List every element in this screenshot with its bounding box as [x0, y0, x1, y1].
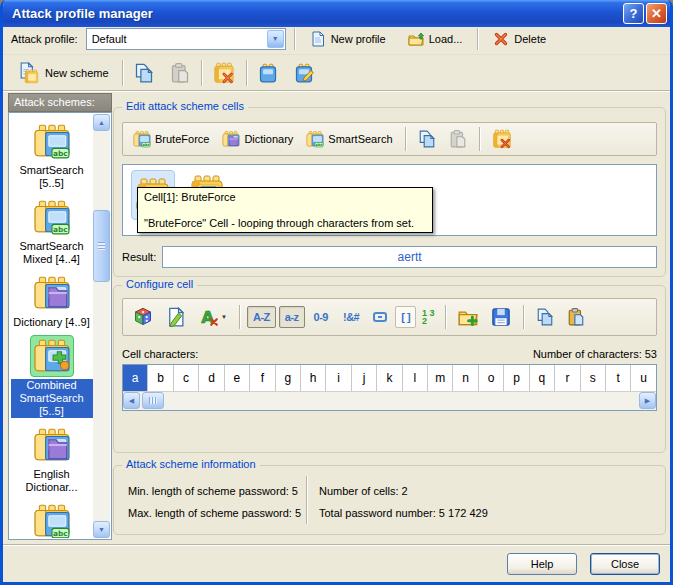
dice-icon — [133, 307, 153, 327]
help-button[interactable]: Help — [507, 553, 577, 575]
edit-charset-button[interactable] — [161, 304, 191, 330]
char-cell[interactable]: d — [199, 365, 224, 391]
char-cell[interactable]: g — [276, 365, 301, 391]
profile-select[interactable]: Default ▼ — [86, 28, 286, 50]
scheme-box-icon — [33, 274, 71, 312]
combo-dropdown-icon[interactable]: ▼ — [267, 30, 284, 48]
scheme-info-group: Attack scheme information Min. length of… — [113, 465, 666, 535]
char-cell[interactable]: h — [301, 365, 326, 391]
char-cell[interactable]: r — [555, 365, 580, 391]
char-cell[interactable]: k — [377, 365, 402, 391]
char-cell[interactable]: m — [428, 365, 453, 391]
floppy-icon — [491, 307, 511, 327]
paste-icon — [567, 308, 585, 326]
scrollbar-thumb[interactable] — [93, 210, 110, 282]
digits-toggle-button[interactable]: 0-9 — [308, 306, 334, 328]
copy-charset-button[interactable] — [531, 305, 559, 329]
paste-icon — [170, 63, 190, 83]
edit-folder-icon — [294, 63, 314, 83]
bruteforce-button[interactable]: BruteForce — [128, 127, 214, 151]
char-order-button[interactable]: 1 3 2 — [419, 307, 438, 327]
char-cell[interactable]: f — [250, 365, 275, 391]
char-cell[interactable]: j — [352, 365, 377, 391]
scheme-box-icon — [33, 502, 71, 538]
result-input[interactable] — [162, 246, 657, 268]
open-scheme-button[interactable] — [253, 60, 283, 86]
close-titlebar-button[interactable]: ✕ — [646, 3, 667, 24]
char-cell[interactable]: q — [530, 365, 555, 391]
char-cell[interactable]: s — [581, 365, 606, 391]
scheme-item-smartsearch-mixed[interactable]: SmartSearch Mixed [4..4] — [10, 196, 93, 266]
copy-cell-button[interactable] — [413, 127, 441, 151]
scheme-cells-panel[interactable]: Cell[1]: BruteForce "BruteForce" Cell - … — [122, 164, 657, 236]
delete-scheme-icon — [213, 62, 235, 84]
delete-scheme-button[interactable] — [208, 59, 240, 87]
scroll-up-icon[interactable]: ▲ — [93, 114, 110, 131]
add-charset-button[interactable] — [453, 304, 483, 330]
scroll-left-icon[interactable]: ◀ — [123, 392, 140, 409]
scheme-item-dictionary[interactable]: Dictionary [4..9] — [10, 272, 93, 329]
load-profile-button[interactable]: Load... — [401, 27, 470, 51]
uppercase-toggle-button[interactable]: A-Z — [247, 306, 276, 328]
scroll-right-icon[interactable]: ▶ — [639, 392, 656, 409]
char-cell[interactable]: a — [123, 365, 148, 391]
new-profile-button[interactable]: New profile — [303, 27, 393, 51]
scheme-item-partial[interactable] — [10, 500, 93, 538]
scrollbar-thumb[interactable] — [142, 392, 164, 409]
character-count-label: Number of characters: 53 — [533, 348, 657, 362]
char-cell[interactable]: o — [479, 365, 504, 391]
result-row: Result: — [122, 246, 657, 268]
char-cell[interactable]: e — [225, 365, 250, 391]
separator — [239, 305, 240, 329]
char-cell[interactable]: l — [403, 365, 428, 391]
scheme-item-smartsearch[interactable]: SmartSearch [5..5] — [10, 120, 93, 190]
remove-chars-dropdown-button[interactable]: ▼ — [194, 304, 232, 330]
scroll-down-icon[interactable]: ▼ — [93, 521, 110, 538]
char-cell[interactable]: i — [326, 365, 351, 391]
close-button[interactable]: Close — [590, 553, 660, 575]
delete-profile-button[interactable]: Delete — [486, 27, 553, 51]
scheme-box-icon — [33, 122, 71, 160]
dropdown-caret-icon: ▼ — [221, 314, 227, 320]
char-cell[interactable]: p — [504, 365, 529, 391]
dictionary-button[interactable]: Dictionary — [217, 127, 298, 151]
schemes-scrollbar[interactable]: ▲ ▼ — [93, 114, 110, 538]
load-folder-icon — [408, 31, 424, 47]
random-charset-button[interactable] — [128, 304, 158, 330]
cell-type-toolbar: BruteForce Dictionary SmartSearch — [122, 122, 657, 156]
space-icon — [373, 312, 387, 322]
paste-charset-button[interactable] — [562, 305, 590, 329]
space-toggle-button[interactable] — [368, 309, 392, 325]
cell-characters-box: abcdefghijklmnopqrstu ◀ ▶ — [122, 364, 657, 411]
attack-profile-manager-dialog: Attack profile manager ? ✕ Attack profil… — [0, 0, 673, 585]
char-cell[interactable]: b — [148, 365, 173, 391]
new-profile-icon — [310, 31, 326, 47]
save-charset-button[interactable] — [486, 304, 516, 330]
separator — [477, 28, 478, 50]
paste-scheme-button[interactable] — [165, 60, 195, 86]
paste-cell-button[interactable] — [444, 127, 472, 151]
profile-select-value: Default — [87, 33, 267, 45]
char-cell[interactable]: u — [631, 365, 655, 391]
scheme-item-english-dictionary[interactable]: English Dictionar... — [10, 424, 93, 494]
separator — [122, 60, 123, 86]
titlebar[interactable]: Attack profile manager ? ✕ — [0, 0, 673, 27]
folder-plus-icon — [458, 307, 478, 327]
characters-scrollbar[interactable]: ◀ ▶ — [123, 392, 656, 410]
brackets-toggle-button[interactable]: [ ] — [395, 306, 416, 328]
special-chars-toggle-button[interactable]: !&# — [337, 306, 365, 328]
scheme-info-title: Attack scheme information — [122, 458, 260, 470]
cell-characters-label: Cell characters: — [122, 348, 198, 362]
scheme-item-combined-smartsearch[interactable]: Combined SmartSearch [5..5] — [10, 335, 93, 418]
copy-scheme-button[interactable] — [129, 60, 159, 86]
char-cell[interactable]: n — [453, 365, 478, 391]
char-cell[interactable]: c — [174, 365, 199, 391]
char-cell[interactable]: t — [606, 365, 631, 391]
pencil-page-icon — [166, 307, 186, 327]
lowercase-toggle-button[interactable]: a-z — [279, 306, 305, 328]
new-scheme-button[interactable]: New scheme — [11, 58, 116, 88]
delete-cell-button[interactable] — [487, 126, 517, 152]
smartsearch-button[interactable]: SmartSearch — [301, 127, 397, 151]
edit-scheme-button[interactable] — [289, 60, 319, 86]
help-titlebar-button[interactable]: ? — [623, 3, 644, 24]
